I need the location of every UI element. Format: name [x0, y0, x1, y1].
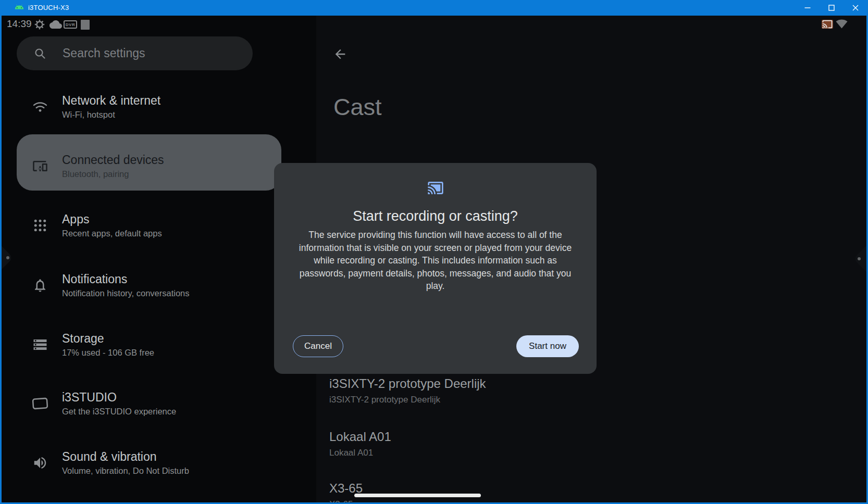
sidebar-item-i3studio[interactable]: i3STUDIO Get the i3STUDIO experience [2, 390, 299, 443]
sidebar-item-title: Notifications [62, 272, 127, 286]
window-titlebar: i3TOUCH-X3 [0, 0, 868, 16]
screen-share-status-icon [81, 20, 90, 30]
board-icon [31, 395, 49, 412]
cast-active-status-icon [822, 20, 833, 29]
sidebar-item-title: Connected devices [62, 153, 164, 167]
search-placeholder: Search settings [63, 46, 145, 60]
back-arrow-icon [333, 47, 348, 61]
device-name: Lokaal A01 [329, 430, 391, 444]
sidebar-item-title: Sound & vibration [62, 450, 157, 464]
speaker-icon [32, 455, 48, 471]
right-edge-handle-dot [858, 257, 861, 260]
sidebar-item-subtitle: 17% used - 106 GB free [62, 348, 154, 358]
maximize-button[interactable] [820, 0, 843, 16]
sidebar-item-network-internet[interactable]: Network & internet Wi-Fi, hotspot [2, 94, 299, 146]
dialog-title: Start recording or casting? [274, 208, 597, 224]
devices-icon [32, 158, 48, 174]
sidebar-item-subtitle: Wi-Fi, hotspot [62, 110, 115, 120]
sidebar-item-subtitle: Get the i3STUDIO experience [62, 407, 176, 417]
sidebar-item-subtitle: Notification history, conversations [62, 288, 190, 298]
left-edge-handle-dot [6, 256, 9, 259]
sidebar-item-apps[interactable]: Apps Recent apps, default apps [2, 212, 299, 264]
search-icon [34, 47, 46, 60]
android-logo-icon [15, 4, 24, 10]
sidebar-item-subtitle: Bluetooth, pairing [62, 169, 129, 179]
minimize-icon [804, 5, 811, 11]
cast-device-row[interactable]: Lokaal A01 Lokaal A01 [329, 430, 391, 458]
clock: 14:39 [7, 18, 32, 30]
sidebar-item-subtitle: Recent apps, default apps [62, 229, 162, 238]
cast-icon [427, 180, 444, 194]
gear-icon [34, 19, 45, 30]
maximize-icon [828, 5, 835, 11]
cancel-button[interactable]: Cancel [293, 335, 343, 357]
bell-icon [32, 278, 48, 293]
apps-grid-icon [32, 218, 48, 233]
status-bar: 14:39 DVR [2, 16, 866, 32]
device-description: i3SIXTY-2 prototype Deerlijk [329, 395, 486, 405]
sidebar-item-notifications[interactable]: Notifications Notification history, conv… [2, 272, 299, 324]
window-title: i3TOUCH-X3 [28, 4, 69, 11]
close-button[interactable] [844, 0, 867, 16]
wifi-icon [32, 99, 48, 115]
sidebar-item-title: Network & internet [62, 94, 160, 108]
close-icon [852, 5, 859, 11]
sidebar-item-title: Apps [62, 212, 89, 226]
cast-permission-dialog: Start recording or casting? The service … [274, 163, 597, 374]
device-name: i3SIXTY-2 prototype Deerlijk [329, 376, 486, 391]
device-description: X3-65 [329, 499, 363, 502]
minimize-button[interactable] [796, 0, 819, 16]
gesture-navigation-bar[interactable] [354, 494, 481, 497]
android-screen: 14:39 DVR [2, 16, 866, 502]
app-window: i3TOUCH-X3 14:39 [0, 0, 868, 504]
sidebar-item-title: i3STUDIO [62, 390, 117, 405]
start-now-button[interactable]: Start now [516, 335, 579, 357]
sidebar-item-subtitle: Volume, vibration, Do Not Disturb [62, 466, 189, 476]
device-description: Lokaal A01 [329, 448, 391, 458]
cast-device-row[interactable]: i3SIXTY-2 prototype Deerlijk i3SIXTY-2 p… [329, 376, 486, 405]
sidebar-item-storage[interactable]: Storage 17% used - 106 GB free [2, 332, 299, 384]
page-title: Cast [333, 94, 382, 121]
dialog-body-text: The service providing this function will… [294, 229, 576, 293]
cloud-icon [49, 20, 62, 29]
wifi-status-icon [836, 19, 848, 29]
sidebar-item-title: Storage [62, 332, 104, 346]
sidebar-item-sound-vibration[interactable]: Sound & vibration Volume, vibration, Do … [2, 450, 299, 502]
search-input[interactable]: Search settings [17, 36, 253, 70]
cast-device-row[interactable]: X3-65 X3-65 [329, 481, 363, 502]
storage-icon [32, 337, 48, 352]
back-button[interactable] [333, 47, 351, 65]
sidebar-item-connected-devices[interactable]: Connected devices Bluetooth, pairing [2, 153, 299, 205]
dvr-status-icon: DVR [64, 20, 77, 29]
